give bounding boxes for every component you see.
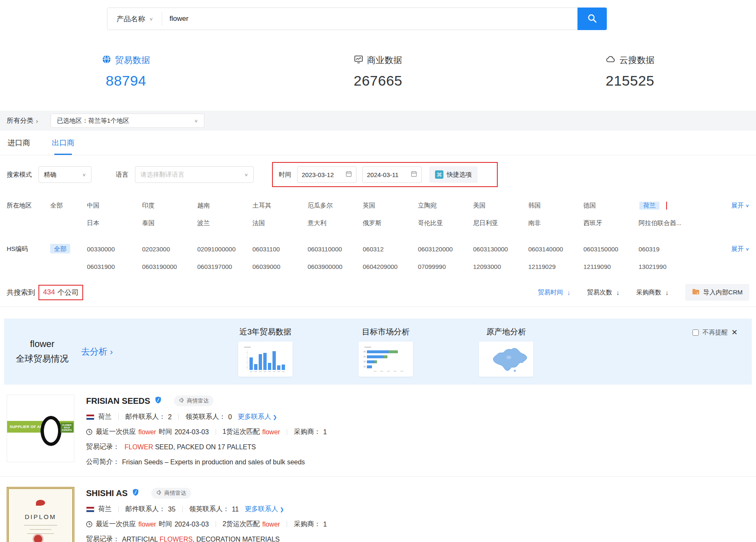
date-to-input[interactable]: 2024-03-11 [362, 166, 422, 183]
region-item-all[interactable]: 全部 [50, 202, 87, 210]
region-item[interactable]: 厄瓜多尔 [308, 202, 363, 210]
tab-exporter[interactable]: 出口商 [52, 131, 74, 155]
region-item[interactable]: 印度 [142, 202, 197, 210]
go-analyze-link[interactable]: 去分析 › [81, 346, 113, 357]
region-item[interactable]: 中国 [87, 202, 142, 210]
region-item[interactable]: 美国 [473, 202, 528, 210]
region-item[interactable]: 南非 [528, 219, 583, 227]
company-name[interactable]: SHISHI AS [86, 489, 127, 498]
tab-importer[interactable]: 进口商 [8, 131, 30, 155]
hs-code-item[interactable]: 0604209000 [363, 263, 418, 270]
results-suffix: 个公司 [57, 288, 79, 297]
hbar-chart-thumbnail [359, 342, 413, 377]
search-mode-select[interactable]: 精确 ∨ [38, 166, 92, 183]
hs-code-item[interactable]: 0603150000 [583, 246, 639, 253]
hs-code-item[interactable]: 02023000 [142, 246, 197, 253]
company-info: SHISHI AS 商情雷达 荷兰 邮件联系人： 35 领英联系人： 11 更多… [86, 487, 327, 542]
region-label: 所在地区 [7, 202, 50, 210]
more-contacts-label: 更多联系人 [244, 505, 278, 514]
sort-trade-count[interactable]: 贸易次数 ↓ [587, 289, 620, 296]
keyword-highlight: flower [138, 521, 156, 528]
megaphone-icon [179, 398, 184, 404]
region-item[interactable]: 越南 [197, 202, 252, 210]
sort-trade-time[interactable]: 贸易时间 ↓ [538, 289, 570, 296]
tab-trade-data[interactable]: 贸易数据 88794 [0, 54, 252, 89]
region-item[interactable]: 阿拉伯联合酋... [639, 219, 694, 227]
region-item[interactable]: 泰国 [142, 219, 197, 227]
company-name[interactable]: FRISIAN SEEDS [86, 396, 150, 406]
region-item[interactable]: 土耳其 [252, 202, 308, 210]
hs-code-item[interactable]: 0603130000 [473, 246, 528, 253]
region-item[interactable]: 德国 [583, 202, 639, 210]
selected-region-dropdown[interactable]: 已选地区：荷兰等1个地区 ∨ [51, 114, 204, 128]
hs-item-all[interactable]: 全部 [50, 245, 87, 253]
email-contacts-value: 2 [168, 413, 172, 421]
hs-filter-row-1: HS编码 全部 00330000 02023000 02091000000 06… [7, 241, 749, 256]
all-categories-label[interactable]: 所有分类 [7, 117, 33, 125]
region-item[interactable]: 尼日利亚 [473, 219, 528, 227]
region-item[interactable]: 法国 [252, 219, 308, 227]
record-label: 贸易记录： [86, 535, 120, 542]
buyers-label: 采购商： [294, 428, 321, 436]
expand-label: 展开 [731, 202, 743, 210]
region-item-netherlands[interactable]: 荷兰 [639, 202, 659, 210]
hs-code-item[interactable]: 0603110000 [308, 246, 363, 253]
region-item[interactable]: 日本 [87, 219, 142, 227]
hs-code-item[interactable]: 06031900 [87, 263, 142, 270]
company-logo[interactable]: DIPLOM [7, 487, 74, 542]
quick-options-button[interactable]: ⌘ 快捷选项 [429, 166, 478, 183]
record-keyword: FLOWER [125, 443, 153, 451]
hs-code-item[interactable]: 0603120000 [418, 246, 473, 253]
logo-line [30, 529, 51, 530]
date-from-input[interactable]: 2023-03-12 [297, 166, 356, 183]
region-item[interactable]: 俄罗斯 [363, 219, 418, 227]
hs-code-item[interactable]: 0603190000 [142, 263, 197, 270]
region-item[interactable]: 英国 [363, 202, 418, 210]
hs-code-item[interactable]: 13021990 [639, 263, 694, 270]
hs-code-item[interactable]: 0603140000 [528, 246, 583, 253]
region-item[interactable]: 波兰 [197, 219, 252, 227]
radar-badge[interactable]: 商情雷达 [174, 395, 214, 406]
hs-code-item[interactable]: 0603900000 [308, 263, 363, 270]
banner-card-trade-history[interactable]: 近3年贸易数据 [238, 327, 293, 377]
region-item[interactable]: 立陶宛 [418, 202, 473, 210]
time-filter-annotation-box: 时间 2023-03-12 2024-03-11 ⌘ 快捷选项 [272, 162, 498, 187]
hs-code-item[interactable]: 02091000000 [197, 246, 252, 253]
region-item[interactable]: 韩国 [528, 202, 583, 210]
arrow-down-icon: ↓ [665, 289, 669, 296]
more-contacts-link[interactable]: 更多联系人 ❯ [244, 505, 284, 514]
hs-code-item[interactable]: 00330000 [87, 246, 142, 253]
search-button[interactable] [578, 8, 607, 30]
radar-badge[interactable]: 商情雷达 [151, 488, 191, 499]
language-select[interactable]: 请选择翻译语言 ∨ [135, 166, 254, 183]
hs-code-item[interactable]: 060319 [639, 246, 694, 253]
company-logo[interactable]: SUPPLIER OF ALL SEEDS FLOWER BULB EXPERT… [7, 395, 74, 462]
results-header: 共搜索到 434 个公司 贸易时间 ↓ 贸易次数 ↓ 采购商数 ↓ 导入内部CR… [0, 284, 756, 307]
close-icon[interactable]: ✕ [731, 328, 738, 337]
hs-code-item[interactable]: 0603197000 [197, 263, 252, 270]
region-item[interactable]: 西班牙 [583, 219, 639, 227]
search-category-dropdown[interactable]: 产品名称 ∨ [107, 12, 162, 25]
hs-code-item[interactable]: 06039000 [252, 263, 308, 270]
more-contacts-link[interactable]: 更多联系人 ❯ [238, 413, 277, 421]
search-input[interactable] [162, 15, 577, 23]
banner-card-target-market[interactable]: 目标市场分析 [359, 327, 413, 377]
stat-label: 贸易数据 [115, 54, 150, 66]
hs-code-item[interactable]: 07099990 [418, 263, 473, 270]
tab-business-data[interactable]: 商业数据 267665 [252, 54, 504, 89]
hs-expand-link[interactable]: 展开 ∨ [731, 245, 749, 253]
hs-code-item[interactable]: 12119090 [583, 263, 639, 270]
tab-cloud-search-data[interactable]: 云搜数据 215525 [504, 54, 756, 89]
region-expand-link[interactable]: 展开 ∨ [731, 202, 749, 210]
region-item[interactable]: 哥伦比亚 [418, 219, 473, 227]
banner-card-origin[interactable]: 原产地分析 [479, 327, 533, 377]
hs-code-item[interactable]: 12119029 [528, 263, 583, 270]
dismiss-checkbox[interactable] [692, 329, 699, 336]
import-crm-button[interactable]: 导入内部CRM [685, 284, 749, 301]
region-item[interactable]: 意大利 [308, 219, 363, 227]
hs-code-item[interactable]: 12093000 [473, 263, 528, 270]
hs-code-item[interactable]: 060312 [363, 246, 418, 253]
hs-code-item[interactable]: 06031100 [252, 246, 308, 253]
sort-buyer-count[interactable]: 采购商数 ↓ [636, 289, 669, 296]
selected-region-value: 已选地区：荷兰等1个地区 [57, 117, 129, 125]
